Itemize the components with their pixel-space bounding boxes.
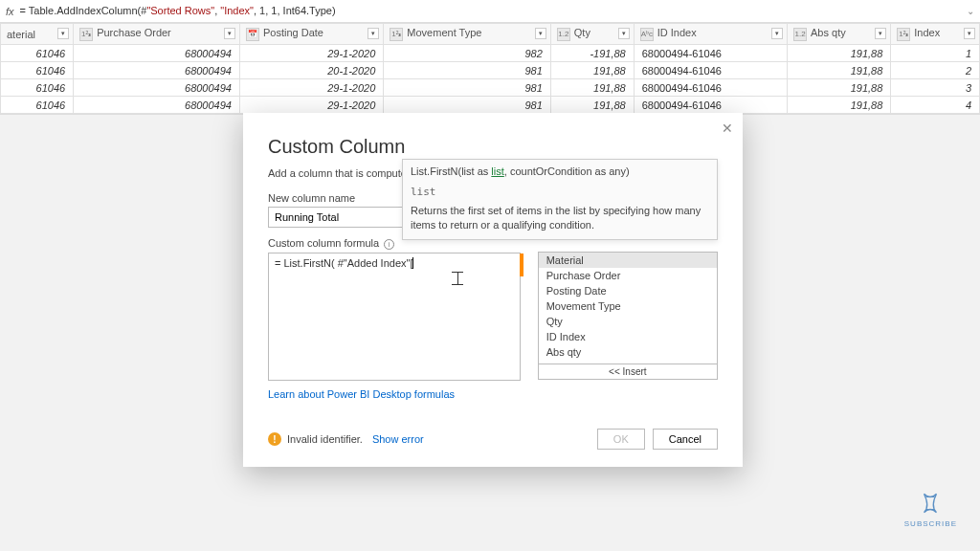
formula-content: = List.FirstN( #"Added Index"[ xyxy=(275,257,412,269)
table-row[interactable]: 610466800049420-1-2020981191,8868000494-… xyxy=(1,62,980,79)
list-item[interactable]: Purchase Order xyxy=(539,268,717,283)
filter-icon[interactable]: ▾ xyxy=(618,28,630,39)
table-cell[interactable]: 3 xyxy=(891,79,980,97)
learn-link[interactable]: Learn about Power BI Desktop formulas xyxy=(268,388,455,400)
filter-icon[interactable]: ▾ xyxy=(875,28,886,39)
table-cell[interactable]: 1 xyxy=(891,45,980,62)
column-label: Posting Date xyxy=(263,27,323,38)
column-label: Qty xyxy=(574,27,590,38)
table-cell[interactable]: 61046 xyxy=(1,79,74,97)
table-cell[interactable]: 981 xyxy=(384,97,550,114)
type-icon: 1.2 xyxy=(557,28,570,41)
table-row[interactable]: 610466800049429-1-2020981191,8868000494-… xyxy=(1,79,980,97)
filter-icon[interactable]: ▾ xyxy=(771,28,783,39)
formula-string: "Sorted Rows" xyxy=(146,5,214,16)
table-cell[interactable]: 981 xyxy=(384,79,550,97)
column-label: Index xyxy=(914,27,940,38)
formula-string: "Index" xyxy=(220,5,254,16)
list-item[interactable]: Abs qty xyxy=(539,344,717,360)
table-cell[interactable]: 2 xyxy=(891,62,980,79)
filter-icon[interactable]: ▾ xyxy=(535,28,546,39)
column-header[interactable]: AᵇcID Index▾ xyxy=(634,24,787,45)
column-label: ID Index xyxy=(657,27,697,38)
status-text: Invalid identifier. xyxy=(287,433,363,445)
column-header[interactable]: 1²₃Movement Type▾ xyxy=(384,24,550,45)
table-cell[interactable]: 191,88 xyxy=(788,45,891,62)
list-item[interactable]: ID Index xyxy=(539,329,717,344)
table-cell[interactable]: 68000494 xyxy=(74,45,240,62)
table-cell[interactable]: 68000494 xyxy=(74,62,240,79)
editor-marker xyxy=(520,253,523,276)
formula-seg: , 1, 1, Int64.Type) xyxy=(254,5,336,16)
filter-icon[interactable]: ▾ xyxy=(964,28,975,39)
table-cell[interactable]: 61046 xyxy=(1,97,74,114)
type-icon: Aᵇc xyxy=(640,28,654,41)
column-header[interactable]: 📅Posting Date▾ xyxy=(239,24,383,45)
table-cell[interactable]: 61046 xyxy=(1,62,74,79)
table-cell[interactable]: 68000494-61046 xyxy=(634,79,787,97)
show-error-link[interactable]: Show error xyxy=(372,433,424,445)
table-cell[interactable]: 981 xyxy=(384,62,550,79)
formula-editor[interactable]: = List.FirstN( #"Added Index"[ xyxy=(268,253,521,381)
tooltip-seg: (list as xyxy=(458,165,492,177)
column-header[interactable]: aterial▾ xyxy=(1,24,74,45)
type-icon: 1.2 xyxy=(793,28,807,41)
table-cell[interactable]: 29-1-2020 xyxy=(239,97,383,114)
available-columns-list: MaterialPurchase OrderPosting DateMoveme… xyxy=(538,252,718,380)
insert-button[interactable]: << Insert xyxy=(539,364,717,379)
column-header[interactable]: 1.2Abs qty▾ xyxy=(788,24,891,45)
type-icon: 📅 xyxy=(246,28,259,41)
type-icon: 1²₃ xyxy=(390,28,403,41)
subscribe-badge[interactable]: SUBSCRIBE xyxy=(904,491,957,528)
tooltip-signature: List.FirstN(list as list, countOrConditi… xyxy=(411,165,709,178)
formula-bar[interactable]: fx = Table.AddIndexColumn(#"Sorted Rows"… xyxy=(0,0,980,23)
table-cell[interactable]: 68000494 xyxy=(74,97,240,114)
list-item[interactable]: Material xyxy=(539,253,717,268)
filter-icon[interactable]: ▾ xyxy=(224,28,235,39)
table-cell[interactable]: 191,88 xyxy=(550,62,634,79)
table-cell[interactable]: 191,88 xyxy=(550,79,634,97)
table-cell[interactable]: 68000494 xyxy=(74,79,240,97)
list-item[interactable]: Movement Type xyxy=(539,298,717,314)
dialog-title: Custom Column xyxy=(268,136,718,158)
table-row[interactable]: 610466800049429-1-2020981191,8868000494-… xyxy=(1,97,980,114)
table-cell[interactable]: 68000494-61046 xyxy=(634,97,787,114)
table-cell[interactable]: 4 xyxy=(891,97,980,114)
data-table: aterial▾1²₃Purchase Order▾📅Posting Date▾… xyxy=(0,23,980,115)
subscribe-label: SUBSCRIBE xyxy=(904,519,957,528)
table-cell[interactable]: 68000494-61046 xyxy=(634,62,787,79)
list-item[interactable]: Posting Date xyxy=(539,283,717,298)
cancel-button[interactable]: Cancel xyxy=(653,429,718,450)
info-icon[interactable]: i xyxy=(384,239,394,250)
formula-text[interactable]: = Table.AddIndexColumn(#"Sorted Rows", "… xyxy=(20,5,963,17)
table-cell[interactable]: 191,88 xyxy=(550,97,634,114)
intellisense-tooltip: List.FirstN(list as list, countOrConditi… xyxy=(402,159,718,240)
table-row[interactable]: 610466800049429-1-2020982-191,8868000494… xyxy=(1,45,980,62)
table-cell[interactable]: 68000494-61046 xyxy=(634,45,787,62)
ok-button: OK xyxy=(597,429,645,450)
column-header[interactable]: 1²₃Index▾ xyxy=(891,24,980,45)
type-icon: 1²₃ xyxy=(897,28,910,41)
table-cell[interactable]: 191,88 xyxy=(788,97,891,114)
column-label: Movement Type xyxy=(407,27,481,38)
table-cell[interactable]: 20-1-2020 xyxy=(239,62,383,79)
type-icon: 1²₃ xyxy=(79,28,93,41)
table-cell[interactable]: 191,88 xyxy=(788,79,891,97)
table-cell[interactable]: 29-1-2020 xyxy=(239,79,383,97)
table-cell[interactable]: 982 xyxy=(384,45,550,62)
chevron-down-icon[interactable]: ⌄ xyxy=(967,6,974,16)
column-header[interactable]: 1²₃Purchase Order▾ xyxy=(74,24,240,45)
formula-seg: = Table.AddIndexColumn(# xyxy=(20,5,147,16)
filter-icon[interactable]: ▾ xyxy=(368,28,379,39)
filter-icon[interactable]: ▾ xyxy=(57,28,69,39)
status-row: ! Invalid identifier. Show error xyxy=(268,432,590,446)
table-cell[interactable]: 61046 xyxy=(1,45,74,62)
table-cell[interactable]: -191,88 xyxy=(550,45,634,62)
tooltip-desc: Returns the first set of items in the li… xyxy=(411,204,709,233)
table-cell[interactable]: 191,88 xyxy=(788,62,891,79)
list-item[interactable]: Qty xyxy=(539,314,717,329)
fx-icon: fx xyxy=(6,6,14,17)
column-header[interactable]: 1.2Qty▾ xyxy=(550,24,634,45)
close-icon[interactable]: ✕ xyxy=(722,121,733,136)
table-cell[interactable]: 29-1-2020 xyxy=(239,45,383,62)
